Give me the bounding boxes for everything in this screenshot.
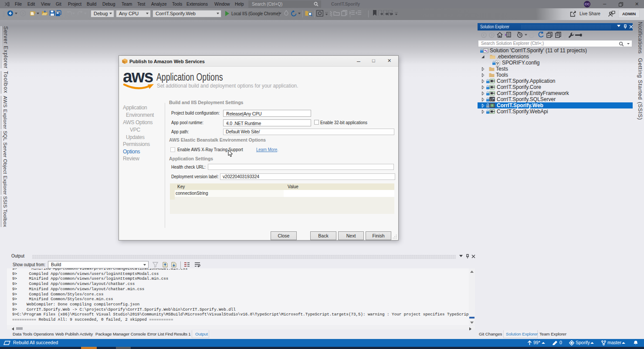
svg-text:aws: aws (123, 69, 153, 86)
